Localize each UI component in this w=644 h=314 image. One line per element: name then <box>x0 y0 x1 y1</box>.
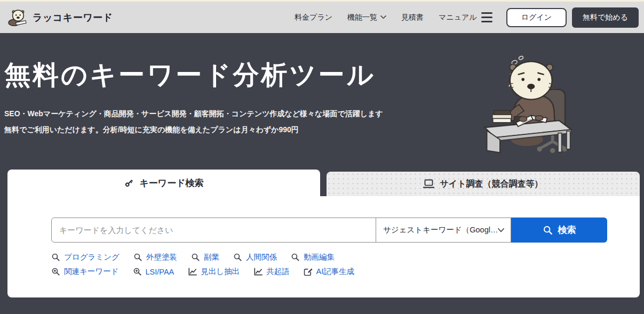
quick-link-label: LSI/PAA <box>146 268 174 276</box>
zoom-in-icon <box>133 267 142 276</box>
quick-link-kyokigo[interactable]: 共起語 <box>253 267 290 277</box>
search-icon <box>191 253 200 262</box>
otter-illustration <box>483 54 583 155</box>
login-button[interactable]: ログイン <box>506 8 567 27</box>
quick-link-fukugyou[interactable]: 副業 <box>191 252 219 262</box>
tab-gap <box>320 170 327 196</box>
search-icon <box>233 253 242 262</box>
otter-logo-icon <box>7 9 28 26</box>
logo-text: ラッコキーワード <box>33 11 113 24</box>
quick-link-related-keywords[interactable]: 関連キーワード <box>51 267 119 277</box>
chevron-down-icon <box>498 228 504 232</box>
search-card: キーワード検索 サイト調査（競合調査等） サジェストキーワード（Googl… <box>7 170 640 297</box>
quick-link-label: プログラミング <box>64 252 120 262</box>
chart-icon <box>188 267 197 276</box>
quick-link-ai-article[interactable]: AI記事生成 <box>304 267 355 277</box>
search-button-label: 検索 <box>558 224 576 236</box>
quick-link-label: 動画編集 <box>304 252 335 262</box>
nav-pricing[interactable]: 料金プラン <box>295 13 332 22</box>
quick-link-douga-henshuu[interactable]: 動画編集 <box>291 252 335 262</box>
tab-site-research[interactable]: サイト調査（競合調査等） <box>327 172 640 196</box>
hero-section: 無料のキーワード分析ツール SEO・Webマーケティング・商品開発・サービス開発… <box>0 33 644 138</box>
header: ラッコキーワード 料金プラン 機能一覧 見積書 マニュアル ログイン 無料で始め… <box>0 0 644 33</box>
search-icon <box>133 253 142 262</box>
suggest-source-value: サジェストキーワード（Googl… <box>383 225 498 235</box>
quick-links-row2: 関連キーワード LSI/PAA 見出し抽出 <box>51 267 354 277</box>
quick-link-ningen-kankei[interactable]: 人間関係 <box>233 252 277 262</box>
search-icon <box>51 253 60 262</box>
quick-link-programming[interactable]: プログラミング <box>51 252 120 262</box>
chevron-down-icon <box>380 15 386 19</box>
search-icon <box>543 225 553 235</box>
nav-features-label: 機能一覧 <box>347 13 377 22</box>
header-nav: 料金プラン 機能一覧 見積書 マニュアル ログイン 無料で始める <box>295 7 639 28</box>
signup-button[interactable]: 無料で始める <box>572 7 639 28</box>
nav-features[interactable]: 機能一覧 <box>347 13 386 22</box>
search-panel: サジェストキーワード（Googl… 検索 プログラミング <box>7 196 640 297</box>
keyword-input[interactable] <box>51 218 376 243</box>
search-icon <box>291 253 300 262</box>
key-icon <box>124 178 134 188</box>
chart-icon <box>253 267 263 276</box>
menu-icon[interactable] <box>480 10 494 25</box>
quick-link-label: 共起語 <box>266 267 290 277</box>
quick-link-label: 人間関係 <box>246 252 277 262</box>
nav-quotation[interactable]: 見積書 <box>401 13 424 22</box>
zoom-in-icon <box>51 267 60 276</box>
quick-link-heading-extract[interactable]: 見出し抽出 <box>188 267 240 277</box>
logo[interactable]: ラッコキーワード <box>7 9 113 26</box>
quick-link-gaiheki[interactable]: 外壁塗装 <box>133 252 177 262</box>
tab-keyword-search[interactable]: キーワード検索 <box>7 170 320 196</box>
tab-site-research-label: サイト調査（競合調査等） <box>440 179 543 190</box>
quick-link-label: 見出し抽出 <box>201 267 240 277</box>
edit-icon <box>304 267 313 276</box>
quick-link-label: 関連キーワード <box>64 267 119 277</box>
nav-manual-label: マニュアル <box>439 13 477 22</box>
quick-link-label: AI記事生成 <box>316 267 355 277</box>
nav-pricing-label: 料金プラン <box>295 13 332 22</box>
quick-link-lsi-paa[interactable]: LSI/PAA <box>133 267 174 276</box>
search-button[interactable]: 検索 <box>511 218 607 243</box>
nav-manual[interactable]: マニュアル <box>439 13 477 22</box>
quick-link-label: 外壁塗装 <box>146 252 177 262</box>
quick-links-row1: プログラミング 外壁塗装 副業 <box>51 252 335 262</box>
suggest-source-select[interactable]: サジェストキーワード（Googl… <box>376 218 511 243</box>
tab-keyword-search-label: キーワード検索 <box>139 177 203 189</box>
search-row: サジェストキーワード（Googl… 検索 <box>51 218 593 243</box>
tab-bar: キーワード検索 サイト調査（競合調査等） <box>7 170 640 196</box>
quick-link-label: 副業 <box>204 252 219 262</box>
nav-quotation-label: 見積書 <box>401 13 424 22</box>
laptop-icon <box>423 179 434 189</box>
